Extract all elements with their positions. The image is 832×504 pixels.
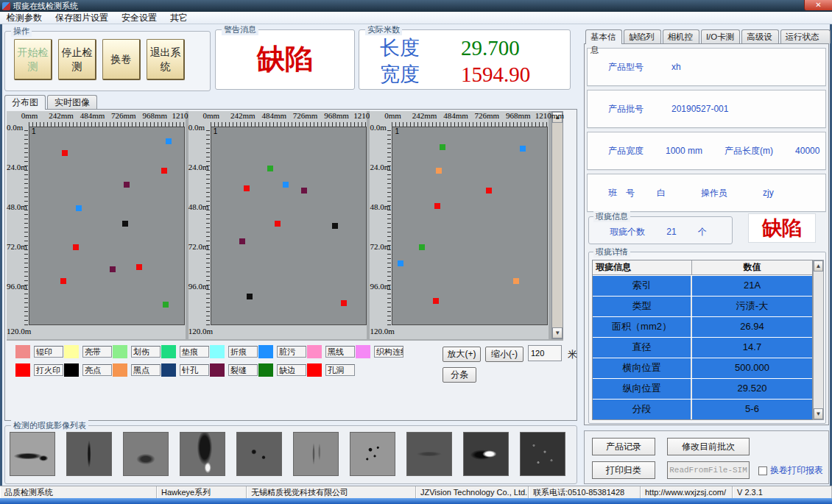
defect-marker[interactable]: [275, 221, 281, 227]
meters-unit-label: 米: [568, 348, 577, 361]
defect-detail-group-label: 瑕疵详情: [593, 246, 630, 258]
defect-marker[interactable]: [163, 302, 169, 308]
scroll-up-icon[interactable]: ▲: [814, 260, 823, 271]
basic-info-page: 产品型号 xh 产品批号 20190527-001 产品宽度 1000 mm 产…: [584, 43, 829, 425]
roll-print-checkbox[interactable]: [758, 466, 767, 475]
defect-marker[interactable]: [513, 278, 519, 284]
detail-table-row[interactable]: 分段5-6: [593, 400, 812, 419]
defect-thumbnail-2[interactable]: [66, 432, 112, 476]
op-button-1[interactable]: 开始检测: [14, 39, 52, 80]
legend-swatch: [307, 363, 322, 377]
op-button-3[interactable]: 换卷: [102, 39, 141, 80]
defect-marker[interactable]: [244, 185, 250, 191]
defect-thumbnail-5[interactable]: [236, 432, 282, 476]
defect-marker[interactable]: [62, 150, 68, 156]
defect-thumbnail-9[interactable]: [463, 432, 509, 476]
defect-thumbnail-6[interactable]: [293, 432, 339, 476]
scroll-down-icon[interactable]: ▼: [552, 327, 563, 338]
product-record-button[interactable]: 产品记录: [592, 438, 655, 455]
detail-table-row[interactable]: 索引21A: [593, 276, 812, 296]
plot-area[interactable]: 1: [211, 127, 367, 325]
defect-marker[interactable]: [419, 244, 425, 250]
legend-swatch: [15, 345, 30, 358]
zoom-out-button[interactable]: 缩小(-): [485, 347, 523, 362]
defect-marker[interactable]: [301, 188, 307, 194]
defect-thumbnail-10[interactable]: [520, 432, 565, 476]
defect-marker[interactable]: [267, 166, 273, 171]
tab-right-1[interactable]: 基本信息: [585, 29, 622, 44]
detail-table-row[interactable]: 面积（mm2）26.94: [593, 317, 812, 337]
defect-thumbnail-4[interactable]: [180, 432, 225, 476]
defect-thumbnail-3[interactable]: [123, 432, 169, 476]
window-frame-left: [0, 24, 2, 486]
scroll-down-icon[interactable]: ▼: [814, 408, 823, 419]
defect-marker[interactable]: [161, 168, 167, 174]
defect-marker[interactable]: [486, 188, 492, 194]
defect-marker[interactable]: [166, 138, 172, 144]
legend-swatch: [356, 345, 370, 358]
legend-label: 裂缝: [228, 364, 258, 376]
defect-marker[interactable]: [440, 144, 445, 150]
defect-marker[interactable]: [136, 264, 142, 270]
defect-marker[interactable]: [73, 244, 79, 250]
menu-item-3[interactable]: 安全设置: [115, 12, 163, 24]
tab-left-1[interactable]: 分布图: [4, 95, 46, 110]
op-button-4[interactable]: 退出系统: [147, 39, 185, 80]
op-button-2[interactable]: 停止检测: [58, 39, 96, 80]
tab-left-2[interactable]: 实时图像: [47, 95, 97, 109]
plot-panel-2: 0mm242mm484mm726mm968mm1210mm0.0m24.0m48…: [188, 111, 367, 339]
tab-right-4[interactable]: I/O卡测试: [701, 29, 740, 43]
detail-table-row[interactable]: 横向位置500.000: [593, 358, 812, 378]
ruler-tick-label: 726mm: [475, 111, 500, 120]
defect-marker[interactable]: [433, 298, 439, 304]
close-icon[interactable]: ✕: [804, 0, 832, 10]
split-button[interactable]: 分条: [443, 367, 476, 383]
status-cell-5: 联系电话:0510-85381428: [529, 486, 641, 498]
plot-area[interactable]: 1: [392, 127, 548, 325]
detail-table-row[interactable]: 类型污渍-大: [593, 297, 812, 316]
ruler-tick-label: 242mm: [412, 111, 437, 120]
defect-marker[interactable]: [60, 278, 66, 284]
defect-marker[interactable]: [122, 221, 128, 227]
plot-area[interactable]: 1: [29, 127, 185, 325]
defect-marker[interactable]: [247, 294, 253, 299]
modify-batch-button[interactable]: 修改目前批次: [667, 438, 750, 455]
defect-marker[interactable]: [398, 260, 403, 266]
defect-marker[interactable]: [341, 300, 347, 306]
detail-table-row[interactable]: 直径14.7: [593, 338, 812, 358]
defect-marker[interactable]: [110, 266, 116, 272]
detail-table-scrollbar[interactable]: ▲ ▼: [813, 260, 824, 420]
defect-marker[interactable]: [332, 223, 338, 229]
defect-thumbnail-8[interactable]: [406, 432, 452, 476]
legend-label: 折痕: [228, 346, 258, 358]
meters-input[interactable]: [528, 345, 562, 361]
defect-marker[interactable]: [239, 238, 245, 244]
menu-item-1[interactable]: 检测参数: [0, 12, 49, 24]
detail-table-row[interactable]: 纵向位置29.520: [593, 379, 812, 399]
defect-marker[interactable]: [434, 203, 440, 209]
defect-thumbnails: [10, 432, 565, 476]
legend-swatch: [210, 345, 225, 358]
defect-marker[interactable]: [283, 182, 289, 188]
defect-thumbnail-1[interactable]: [10, 432, 55, 476]
width-value: 1594.90: [461, 63, 530, 87]
tab-right-6[interactable]: 运行状态信息: [780, 29, 831, 43]
defect-marker[interactable]: [124, 182, 130, 188]
tab-right-5[interactable]: 高级设置: [741, 29, 778, 43]
zoom-in-button[interactable]: 放大(+): [443, 347, 481, 362]
zoom-controls: 放大(+) 缩小(-) 米 分条: [443, 347, 575, 391]
defect-marker[interactable]: [76, 205, 82, 211]
defect-marker[interactable]: [520, 146, 526, 152]
defect-marker[interactable]: [436, 168, 442, 174]
print-classify-button[interactable]: 打印归类: [592, 461, 655, 479]
legend-swatch: [161, 363, 176, 377]
plots-scrollbar[interactable]: ▲▼: [551, 111, 563, 339]
tab-right-2[interactable]: 缺陷列表: [624, 29, 660, 43]
detail-row-label: 类型: [593, 297, 692, 316]
defect-count-row: 瑕疵个数 21 个: [610, 226, 726, 238]
menu-item-4[interactable]: 其它: [163, 12, 194, 24]
width-label: 宽度: [380, 61, 461, 88]
defect-thumbnail-7[interactable]: [350, 432, 395, 476]
menu-item-2[interactable]: 保存图片设置: [49, 12, 115, 24]
tab-right-3[interactable]: 相机控制: [663, 29, 699, 43]
